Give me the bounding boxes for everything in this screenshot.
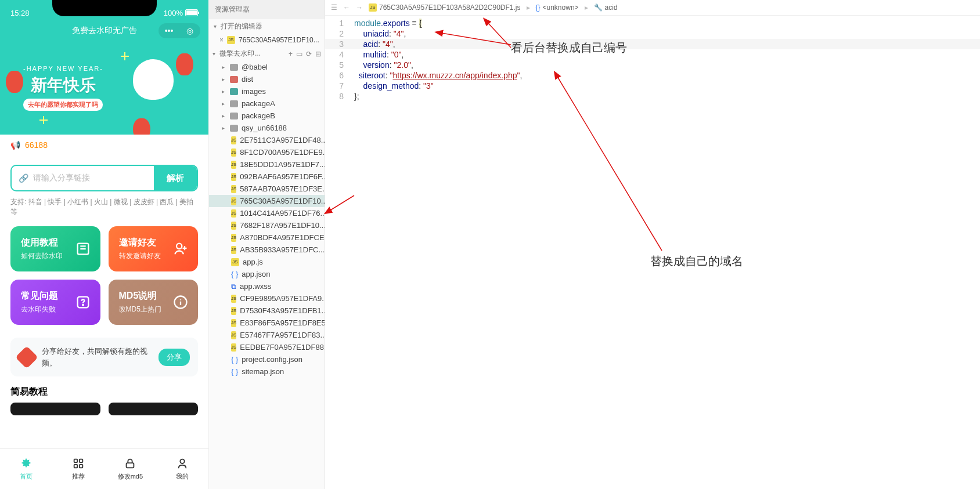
list-icon[interactable]: ☰ (331, 3, 337, 12)
file-item[interactable]: JSAB35B933A957E1DFC... (209, 244, 325, 256)
folder-item[interactable]: ▸qsy_un66188 (209, 122, 325, 134)
wxss-file-icon: ⧉ (231, 282, 236, 291)
file-item[interactable]: { }project.config.json (209, 353, 325, 365)
file-item[interactable]: JS8F1CD700A957E1DFE9... (209, 146, 325, 158)
svg-line-14 (557, 77, 662, 251)
js-file-icon: JS (231, 197, 236, 205)
file-item[interactable]: JSCF9E9895A957E1DFA9... (209, 292, 325, 305)
invite-card[interactable]: 邀请好友 转发邀请好友 (109, 226, 199, 271)
js-file-icon: JS (231, 331, 236, 339)
tab-home[interactable]: 首页 (0, 449, 52, 489)
svg-point-1 (176, 244, 182, 249)
crumb-file[interactable]: 765C30A5A957E1DF103A58A2D2C90DF1.js (379, 3, 521, 12)
open-editors-section[interactable]: ▾打开的编辑器 (209, 19, 325, 34)
folder-item[interactable]: ▸@babel (209, 61, 325, 73)
folder-item[interactable]: ▸packageA (209, 97, 325, 110)
file-item[interactable]: JS18E5DDD1A957E1DF7... (209, 158, 325, 171)
new-folder-icon[interactable]: ▭ (296, 50, 302, 58)
faq-card[interactable]: 常见问题 去水印失败 (10, 280, 100, 325)
file-item[interactable]: JSA870BDF4A957E1DFCE... (209, 231, 325, 244)
file-item[interactable]: JSE83F86F5A957E1DF8E5... (209, 317, 325, 329)
js-file-icon: JS (231, 148, 236, 157)
notice-number: 66188 (25, 140, 48, 150)
collapse-icon[interactable]: ⊟ (315, 50, 321, 58)
tutorial-thumb[interactable] (10, 403, 100, 415)
js-file-icon: JS (231, 307, 236, 315)
file-item[interactable]: JS587AAB70A957E1DF3E... (209, 183, 325, 195)
folder-icon (230, 76, 238, 83)
js-file-icon: JS (227, 36, 235, 44)
tutorial-card[interactable]: 使用教程 如何去除水印 (10, 226, 100, 271)
folder-icon (230, 113, 238, 119)
project-root[interactable]: ▾微擎去水印... + ▭ ⟳ ⊟ (209, 46, 325, 61)
svg-rect-5 (74, 459, 77, 463)
js-file-icon: JS (231, 173, 236, 181)
file-item[interactable]: ⧉app.wxss (209, 280, 325, 292)
new-file-icon[interactable]: + (289, 50, 293, 58)
md5-card[interactable]: MD5说明 改MD5上热门 (109, 280, 199, 325)
js-file-icon: JS (231, 209, 236, 218)
js-file-icon: JS (231, 258, 239, 266)
annotation-domain: 替换成自己的域名 (650, 253, 743, 269)
banner-pill: 去年的愿望你都实现了吗 (23, 99, 103, 111)
file-explorer: 资源管理器 ▾打开的编辑器 × JS 765C30A5A957E1DF10...… (209, 0, 325, 489)
info-icon (172, 294, 189, 310)
js-file-icon: JS (369, 3, 377, 12)
refresh-icon[interactable]: ⟳ (306, 50, 312, 58)
wrench-icon: 🔧 (594, 3, 603, 12)
file-item[interactable]: JS765C30A5A957E1DF10... (209, 195, 325, 207)
folder-item[interactable]: ▸images (209, 85, 325, 97)
json-file-icon: { } (231, 270, 238, 278)
tutorial-thumb[interactable] (109, 403, 199, 415)
folder-icon (230, 64, 238, 71)
folder-item[interactable]: ▸dist (209, 73, 325, 85)
folder-icon (230, 88, 238, 95)
file-item[interactable]: { }sitemap.json (209, 365, 325, 378)
close-icon[interactable]: × (219, 36, 224, 44)
json-file-icon: { } (231, 355, 238, 364)
back-icon[interactable]: ← (343, 3, 350, 12)
file-item[interactable]: JSE57467F7A957E1DF83... (209, 329, 325, 341)
book-icon (75, 241, 91, 257)
annotation-id: 看后台替换成自己编号 (511, 40, 627, 56)
banner-subtitle: -HAPPY NEW YEAR- (23, 65, 103, 72)
js-file-icon: JS (231, 185, 236, 193)
file-item[interactable]: JS092BAAF6A957E1DF6F... (209, 171, 325, 183)
svg-rect-8 (79, 465, 82, 468)
tab-profile[interactable]: 我的 (156, 449, 208, 489)
js-file-icon: JS (231, 246, 236, 254)
folder-item[interactable]: ▸packageB (209, 110, 325, 122)
js-file-icon: JS (231, 295, 236, 303)
share-link-input[interactable]: 🔗 请输入分享链接 (12, 166, 154, 190)
capsule-menu-button[interactable]: ••• (158, 23, 179, 38)
share-button[interactable]: 分享 (158, 349, 190, 366)
file-item[interactable]: JS2E7511C3A957E1DF48... (209, 134, 325, 146)
crumb-property[interactable]: acid (605, 3, 618, 12)
banner-title: 新年快乐 (23, 74, 103, 96)
forward-icon[interactable]: → (356, 3, 363, 12)
status-time: 15:28 (10, 9, 30, 17)
capsule-close-button[interactable]: ◎ (179, 23, 200, 38)
open-editor-tab[interactable]: × JS 765C30A5A957E1DF10... (209, 34, 325, 46)
tab-recommend[interactable]: 推荐 (52, 449, 105, 489)
crumb-unknown[interactable]: <unknown> (543, 3, 579, 12)
js-file-icon: JS (231, 319, 236, 327)
file-item[interactable]: JSEEDBE7F0A957E1DF88... (209, 341, 325, 353)
svg-rect-9 (127, 463, 134, 468)
js-file-icon: JS (231, 234, 236, 242)
file-item[interactable]: { }app.json (209, 268, 325, 280)
file-item[interactable]: JSapp.js (209, 256, 325, 268)
section-title: 简易教程 (0, 376, 208, 403)
line-gutter: 12345678 (325, 16, 348, 489)
new-year-banner: -HAPPY NEW YEAR- 新年快乐 去年的愿望你都实现了吗 (0, 42, 208, 135)
file-item[interactable]: JSD7530F43A957E1DFB1... (209, 305, 325, 317)
firework-icon (116, 48, 134, 65)
svg-point-10 (180, 459, 184, 463)
tab-md5[interactable]: 修改md5 (105, 449, 157, 489)
parse-button[interactable]: 解析 (154, 166, 197, 190)
file-item[interactable]: JS7682F187A957E1DF10... (209, 219, 325, 231)
phone-simulator: 15:28 100% 免费去水印无广告 ••• ◎ -HAPPY NEW YEA… (0, 0, 209, 489)
svg-rect-6 (79, 459, 82, 463)
code-area[interactable]: module.exports = { uniacid: "4", acid: "… (348, 16, 522, 489)
file-item[interactable]: JS1014C414A957E1DF76... (209, 207, 325, 219)
